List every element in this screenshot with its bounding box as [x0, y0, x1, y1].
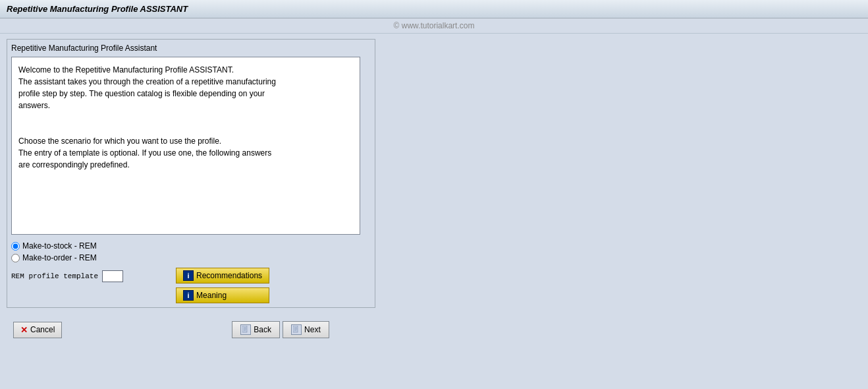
meaning-button[interactable]: i Meaning: [176, 287, 269, 303]
watermark-text: © www.tutorialkart.com: [394, 21, 475, 30]
template-row: REM profile template: [11, 270, 123, 282]
footer: ✕ Cancel Back: [7, 321, 861, 338]
back-label: Back: [254, 325, 271, 334]
radio-make-to-stock[interactable]: [11, 242, 20, 251]
recommendations-label: Recommendations: [196, 271, 262, 280]
meaning-label: Meaning: [196, 291, 227, 300]
intro-text: Welcome to the Repetitive Manufacturing …: [18, 64, 353, 171]
radio-label-make-to-stock: Make-to-stock - REM: [22, 241, 97, 251]
nav-buttons: Back Next: [232, 321, 329, 338]
scenario-radio-group: Make-to-stock - REM Make-to-order - REM: [11, 241, 371, 262]
main-area: Repetitive Manufacturing Profile Assista…: [0, 34, 868, 344]
intro-content-box: Welcome to the Repetitive Manufacturing …: [11, 57, 360, 235]
assistant-panel: Repetitive Manufacturing Profile Assista…: [7, 39, 375, 308]
title-bar: Repetitive Manufacturing Profile ASSISTA…: [0, 0, 868, 18]
next-page-icon: [291, 324, 302, 335]
cancel-icon: ✕: [20, 325, 28, 335]
radio-row-make-to-order: Make-to-order - REM: [11, 253, 371, 262]
recommendations-button[interactable]: i Recommendations: [176, 268, 269, 284]
rem-profile-template-input[interactable]: [102, 270, 123, 282]
watermark-bar: © www.tutorialkart.com: [0, 18, 868, 34]
radio-row-make-to-stock: Make-to-stock - REM: [11, 241, 371, 251]
meaning-icon: i: [183, 290, 194, 301]
back-button[interactable]: Back: [232, 321, 280, 338]
template-label: REM profile template: [11, 272, 98, 280]
cancel-label: Cancel: [30, 325, 55, 334]
cancel-button[interactable]: ✕ Cancel: [13, 322, 62, 338]
next-button[interactable]: Next: [283, 321, 329, 338]
panel-title: Repetitive Manufacturing Profile Assista…: [11, 44, 371, 53]
radio-label-make-to-order: Make-to-order - REM: [22, 253, 97, 262]
recommendations-icon: i: [183, 270, 194, 281]
radio-make-to-order[interactable]: [11, 254, 20, 262]
next-label: Next: [304, 325, 321, 334]
back-page-icon: [240, 324, 251, 335]
app-title: Repetitive Manufacturing Profile ASSISTA…: [7, 4, 188, 14]
